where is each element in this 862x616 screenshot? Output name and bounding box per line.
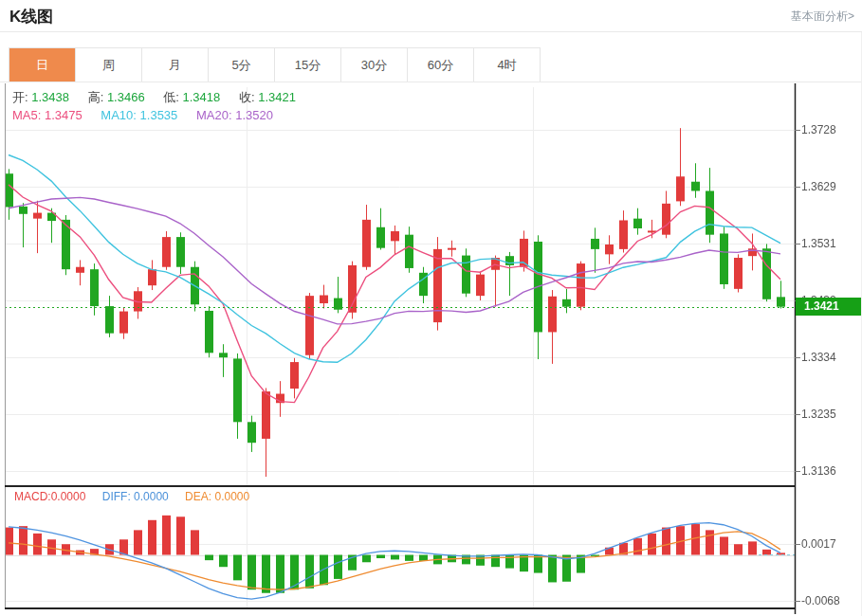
tab-15min[interactable]: 15分 bbox=[275, 48, 341, 82]
low-label: 低: bbox=[163, 90, 179, 104]
close-value: 1.3421 bbox=[258, 90, 296, 104]
price-tick-label: 1.3334 bbox=[801, 351, 860, 364]
macd-readout: MACD:0.0000 DIFF: 0.0000 DEA: 0.0000 bbox=[14, 490, 249, 503]
dea-value: DEA: 0.0000 bbox=[185, 490, 249, 503]
price-tick-label: 1.3728 bbox=[801, 123, 860, 136]
macd-tick-label: -0.0068 bbox=[801, 594, 860, 607]
tab-month[interactable]: 月 bbox=[142, 48, 209, 82]
tab-day[interactable]: 日 bbox=[9, 48, 76, 82]
price-tick-label: 1.3629 bbox=[801, 180, 860, 193]
ma20-readout: MA20: 1.3520 bbox=[196, 108, 273, 122]
ma-readout: MA5: 1.3475 MA10: 1.3535 MA20: 1.3520 bbox=[12, 108, 273, 122]
current-price-badge: 1.3421 bbox=[796, 298, 862, 316]
tab-4hour[interactable]: 4时 bbox=[474, 48, 540, 82]
timeframe-tabs: 日 周 月 5分 15分 30分 60分 4时 bbox=[9, 47, 541, 82]
price-tick-label: 1.3235 bbox=[801, 408, 860, 421]
macd-tick-label: 0.0017 bbox=[801, 537, 860, 551]
page-title: K线图 bbox=[9, 6, 53, 27]
tab-5min[interactable]: 5分 bbox=[209, 48, 275, 82]
open-value: 1.3438 bbox=[31, 90, 69, 104]
tabs-divider bbox=[0, 82, 862, 82]
high-value: 1.3466 bbox=[107, 90, 145, 104]
diff-value: DIFF: 0.0000 bbox=[102, 490, 169, 503]
low-value: 1.3418 bbox=[183, 90, 221, 104]
price-tick-label: 1.3531 bbox=[801, 237, 860, 250]
ma10-readout: MA10: 1.3535 bbox=[101, 108, 177, 122]
high-label: 高: bbox=[88, 90, 104, 104]
ohlc-readout: 开: 1.3438 高: 1.3466 低: 1.3418 收: 1.3421 bbox=[12, 89, 311, 106]
open-label: 开: bbox=[12, 90, 28, 104]
ma5-readout: MA5: 1.3475 bbox=[12, 108, 83, 122]
price-tick-label: 1.3136 bbox=[801, 464, 860, 478]
tab-30min[interactable]: 30分 bbox=[341, 48, 408, 82]
fundamental-analysis-link[interactable]: 基本面分析> bbox=[791, 9, 854, 25]
close-label: 收: bbox=[239, 90, 255, 104]
macd-value: MACD:0.0000 bbox=[14, 490, 85, 503]
tab-week[interactable]: 周 bbox=[76, 48, 142, 82]
header-divider bbox=[0, 31, 862, 32]
tab-60min[interactable]: 60分 bbox=[408, 48, 474, 82]
